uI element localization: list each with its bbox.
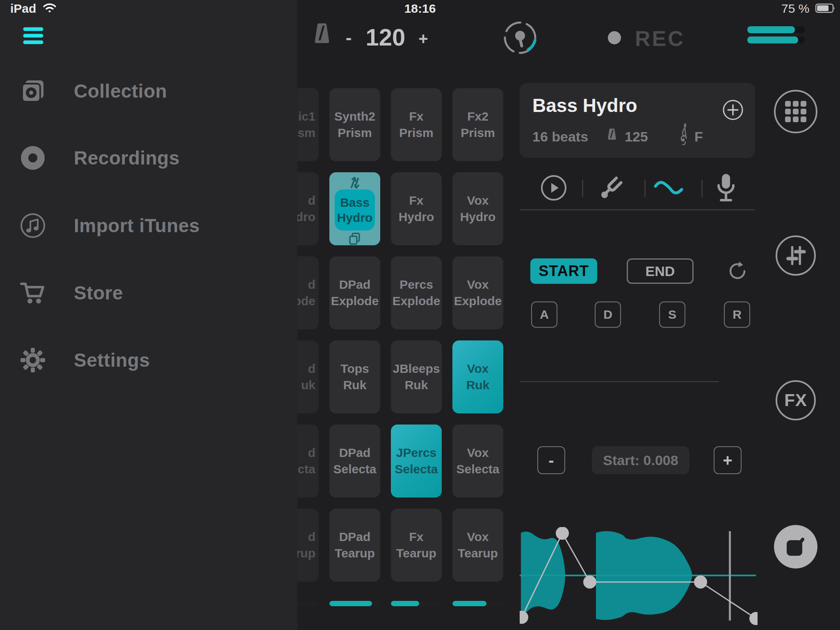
pad-cell-selected[interactable]: BassHydro xyxy=(329,172,380,245)
app-root: - 120 + REC ic1sm Synth2Prism FxPrism Fx… xyxy=(0,0,840,630)
sidebar-item-import-itunes[interactable]: Import iTunes xyxy=(0,203,297,248)
sidebar-item-recordings[interactable]: Recordings xyxy=(0,135,297,180)
pad-cell[interactable]: Fx2Prism xyxy=(452,88,503,161)
envelope-node xyxy=(583,575,596,589)
column-progress xyxy=(452,601,503,606)
clock: 18:16 xyxy=(404,2,436,16)
pad-cell-selected[interactable]: JPercsSelecta xyxy=(391,425,442,498)
adsr-release-button[interactable]: R xyxy=(724,301,750,328)
mixer-bars-icon[interactable] xyxy=(747,26,805,44)
menu-hamburger-button[interactable] xyxy=(23,25,43,46)
sidebar-item-label: Collection xyxy=(74,80,167,102)
start-increase-button[interactable]: + xyxy=(714,446,742,474)
adsr-attack-button[interactable]: A xyxy=(531,301,557,328)
preview-play-button[interactable] xyxy=(540,174,567,201)
envelope-node xyxy=(694,575,707,589)
pad-cell[interactable]: FxTearup xyxy=(391,509,442,582)
panel-divider xyxy=(520,209,755,210)
reset-icon[interactable] xyxy=(727,260,749,282)
end-marker-button[interactable]: END xyxy=(627,258,694,284)
tempo-value[interactable]: 120 xyxy=(361,24,410,51)
sliders-icon xyxy=(784,244,807,267)
pad-cell[interactable]: TopsRuk xyxy=(329,340,380,413)
pad-cell[interactable]: DPadExplode xyxy=(329,256,380,329)
microphone-icon[interactable] xyxy=(714,172,738,203)
metronome-icon xyxy=(313,21,331,45)
icon-divider xyxy=(644,180,646,197)
sidebar-menu: Collection Recordings Import iTunes xyxy=(0,0,297,630)
battery-percent: 75 % xyxy=(781,2,809,16)
pad-cell[interactable]: PercsExplode xyxy=(391,256,442,329)
pad-cell[interactable]: DPadSelecta xyxy=(329,425,380,498)
sidebar-item-label: Store xyxy=(74,282,123,304)
pad-cell[interactable]: Synth2Prism xyxy=(329,88,380,161)
recordings-icon xyxy=(20,145,46,171)
pad-cell[interactable]: VoxExplode xyxy=(452,256,503,329)
pad-cell[interactable]: FxHydro xyxy=(391,172,442,245)
sidebar-item-collection[interactable]: Collection xyxy=(0,68,297,114)
pad-cell-selected[interactable]: VoxRuk xyxy=(452,340,503,413)
wifi-icon xyxy=(43,2,57,14)
treble-clef-icon xyxy=(679,122,689,148)
clip-beats: 16 beats xyxy=(532,129,588,145)
pad-cell[interactable]: VoxTearup xyxy=(452,509,503,582)
duplicate-icon[interactable] xyxy=(348,232,361,245)
loop-dial-icon[interactable] xyxy=(501,19,539,57)
sidebar-item-store[interactable]: Store xyxy=(0,270,297,315)
clip-title: Bass Hydro xyxy=(532,94,637,116)
gear-icon xyxy=(20,347,46,373)
rec-label[interactable]: REC xyxy=(635,26,685,51)
envelope-node xyxy=(749,612,758,625)
edit-button[interactable] xyxy=(774,525,817,568)
add-clip-button[interactable] xyxy=(722,99,744,121)
pad-inner-active[interactable]: BassHydro xyxy=(335,189,375,231)
battery-icon xyxy=(815,3,836,13)
waveform-display[interactable] xyxy=(520,527,758,625)
tuning-fork-icon[interactable] xyxy=(597,174,625,202)
icon-divider xyxy=(701,180,703,197)
start-marker-button[interactable]: START xyxy=(530,258,597,284)
grid-icon xyxy=(783,99,808,124)
tempo-increase-button[interactable]: + xyxy=(415,27,431,50)
sidebar-item-label: Settings xyxy=(74,349,150,371)
pad-cell[interactable]: DPadTearup xyxy=(329,509,380,582)
panel-divider xyxy=(520,381,719,382)
rec-indicator-dot xyxy=(608,31,621,44)
collection-icon xyxy=(20,78,46,104)
pads-view-button[interactable] xyxy=(774,90,817,133)
pad-cell[interactable]: JBleepsRuk xyxy=(391,340,442,413)
edit-icon xyxy=(784,535,807,558)
device-label: iPad xyxy=(10,2,36,16)
clip-tempo: 125 xyxy=(625,129,648,145)
cart-icon xyxy=(20,280,46,306)
clip-header-card: Bass Hydro 16 beats 125 F xyxy=(520,83,755,158)
status-bar: iPad 18:16 75 % xyxy=(0,0,840,17)
envelope-node xyxy=(556,527,569,540)
metronome-icon xyxy=(607,127,617,141)
swap-arrows-icon[interactable] xyxy=(348,174,361,191)
start-decrease-button[interactable]: - xyxy=(537,446,565,474)
tempo-decrease-button[interactable]: - xyxy=(340,25,357,50)
mixer-view-button[interactable] xyxy=(776,235,816,276)
adsr-sustain-button[interactable]: S xyxy=(659,301,685,328)
sidebar-item-label: Recordings xyxy=(74,147,180,169)
icon-divider xyxy=(582,180,583,197)
fx-view-button[interactable]: FX xyxy=(776,380,816,420)
pad-cell[interactable]: VoxHydro xyxy=(452,172,503,245)
sine-wave-icon[interactable] xyxy=(654,180,683,197)
clip-key: F xyxy=(694,129,703,145)
envelope-node xyxy=(520,611,528,624)
sidebar-item-settings[interactable]: Settings xyxy=(0,338,297,383)
column-progress xyxy=(391,601,442,606)
adsr-decay-button[interactable]: D xyxy=(595,301,621,328)
sidebar-item-label: Import iTunes xyxy=(74,215,200,237)
column-progress xyxy=(329,601,380,606)
pad-cell[interactable]: VoxSelecta xyxy=(452,425,503,498)
pad-cell[interactable]: FxPrism xyxy=(391,88,442,161)
itunes-icon xyxy=(20,212,46,239)
start-value-display: Start: 0.008 xyxy=(592,446,689,474)
